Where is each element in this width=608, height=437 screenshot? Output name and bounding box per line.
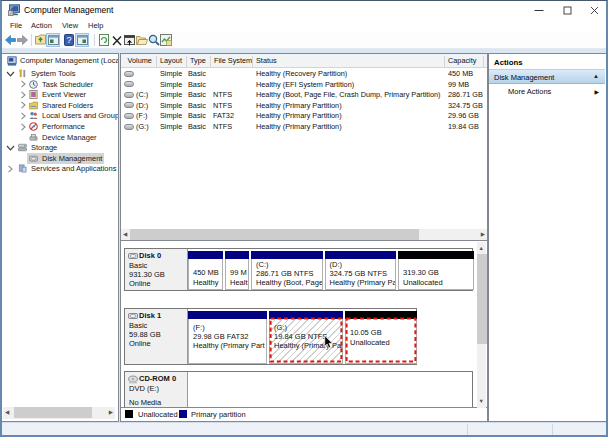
svg-text:?: ?	[66, 35, 71, 45]
